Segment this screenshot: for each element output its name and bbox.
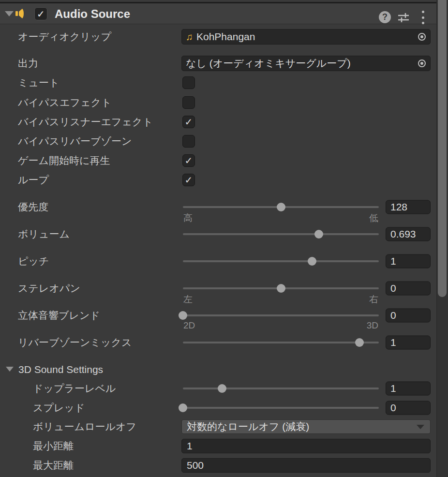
check-icon: ✓ xyxy=(185,175,193,185)
slider-track[interactable] xyxy=(183,314,379,316)
max-distance-field[interactable]: 500 xyxy=(181,458,431,473)
slider-knob[interactable] xyxy=(218,384,226,393)
audio-clip-value: KohPhangan xyxy=(196,31,255,43)
max-distance-label: 最大距離 xyxy=(33,459,74,472)
slider-knob[interactable] xyxy=(314,230,323,238)
scale-min-label: 左 xyxy=(183,293,193,306)
stereo-pan-label: ステレオパン xyxy=(18,282,80,295)
bypass-effects-checkbox[interactable]: ✓ xyxy=(182,96,195,109)
more-menu-icon[interactable] xyxy=(420,11,426,24)
stereo-pan-value-field[interactable]: 0 xyxy=(386,282,431,296)
loop-label: ループ xyxy=(18,173,49,187)
component-header: ✓ Audio Source ? xyxy=(0,3,448,24)
scrollbar-track[interactable] xyxy=(436,0,448,477)
priority-scale: 高 低 xyxy=(183,212,378,224)
doppler-level-label: ドップラーレベル xyxy=(33,382,116,395)
check-icon: ✓ xyxy=(37,8,45,20)
play-on-awake-checkbox[interactable]: ✓ xyxy=(182,154,195,167)
output-object-field[interactable]: なし (オーディオミキサーグループ) xyxy=(181,56,431,71)
spread-label: スプレッド xyxy=(33,401,85,415)
scale-max-label: 低 xyxy=(369,212,378,224)
foldout-icon xyxy=(6,367,14,372)
dropdown-caret-icon xyxy=(417,425,424,429)
check-icon: ✓ xyxy=(185,156,193,165)
slider-knob[interactable] xyxy=(277,284,285,293)
check-icon: ✓ xyxy=(185,117,193,127)
audio-source-icon xyxy=(15,7,28,20)
music-note-icon: ♫ xyxy=(186,31,193,43)
slider-knob[interactable] xyxy=(277,203,285,211)
pitch-value-field[interactable]: 1 xyxy=(386,254,431,268)
scale-max-label: 右 xyxy=(369,293,378,306)
stereo-pan-scale: 左 右 xyxy=(183,293,378,306)
volume-rolloff-dropdown[interactable]: 対数的なロールオフ (減衰) xyxy=(181,419,431,434)
mute-label: ミュート xyxy=(18,76,59,89)
slider-knob[interactable] xyxy=(355,338,364,347)
object-picker-icon xyxy=(418,33,426,41)
bypass-listener-effects-checkbox[interactable]: ✓ xyxy=(182,116,195,128)
output-value: なし (オーディオミキサーグループ) xyxy=(186,57,351,70)
bypass-listener-effects-label: バイパスリスナーエフェクト xyxy=(18,115,153,129)
doppler-level-value-field[interactable]: 1 xyxy=(386,382,431,396)
min-distance-field[interactable]: 1 xyxy=(181,439,431,453)
priority-label: 優先度 xyxy=(18,200,48,214)
bypass-reverb-zones-checkbox[interactable]: ✓ xyxy=(182,135,195,148)
scale-min-label: 高 xyxy=(183,212,193,224)
presets-icon[interactable] xyxy=(397,11,410,24)
scrollbar-thumb[interactable] xyxy=(438,0,447,297)
min-distance-label: 最小距離 xyxy=(33,439,74,453)
audio-clip-object-field[interactable]: ♫ KohPhangan xyxy=(181,29,431,45)
reverb-zone-mix-label: リバーブゾーンミックス xyxy=(18,336,132,349)
loop-checkbox[interactable]: ✓ xyxy=(182,174,195,186)
slider-track[interactable] xyxy=(183,407,379,409)
component-enabled-checkbox[interactable]: ✓ xyxy=(34,7,47,20)
mute-checkbox[interactable]: ✓ xyxy=(182,76,195,89)
output-label: 出力 xyxy=(18,57,38,70)
bypass-effects-label: バイパスエフェクト xyxy=(18,96,111,109)
audio-clip-label: オーディオクリップ xyxy=(18,30,111,44)
priority-value-field[interactable]: 128 xyxy=(386,200,431,214)
slider-track[interactable] xyxy=(183,342,379,343)
help-icon[interactable]: ? xyxy=(379,11,391,23)
spread-value-field[interactable]: 0 xyxy=(386,401,431,415)
slider-knob[interactable] xyxy=(308,257,316,266)
volume-rolloff-label: ボリュームロールオフ xyxy=(33,420,136,433)
volume-value-field[interactable]: 0.693 xyxy=(386,227,431,241)
object-picker-button[interactable] xyxy=(414,30,430,44)
component-foldout-icon[interactable] xyxy=(5,11,14,16)
spatial-blend-scale: 2D 3D xyxy=(183,320,378,331)
scale-max-label: 3D xyxy=(367,320,378,331)
scale-min-label: 2D xyxy=(183,320,195,331)
slider-track[interactable] xyxy=(183,260,379,262)
slider-track[interactable] xyxy=(183,388,379,389)
slider-knob[interactable] xyxy=(179,311,187,320)
volume-rolloff-value: 対数的なロールオフ (減衰) xyxy=(187,420,309,433)
spatial-blend-value-field[interactable]: 0 xyxy=(386,309,431,323)
audio-source-inspector: ✓ Audio Source ? オーディオクリップ ♫ KohPhangan … xyxy=(0,0,448,477)
play-on-awake-label: ゲーム開始時に再生 xyxy=(18,154,110,167)
section-3d-sound-settings-label: 3D Sound Settings xyxy=(18,364,103,375)
object-picker-button[interactable] xyxy=(414,56,430,71)
slider-knob[interactable] xyxy=(179,403,187,412)
volume-label: ボリューム xyxy=(18,227,70,241)
reverb-zone-mix-value-field[interactable]: 1 xyxy=(386,336,431,350)
object-picker-icon xyxy=(418,60,426,67)
component-title: Audio Source xyxy=(55,7,130,21)
pitch-label: ピッチ xyxy=(18,254,49,268)
bypass-reverb-zones-label: バイパスリバーブゾーン xyxy=(18,134,132,148)
slider-track[interactable] xyxy=(183,233,379,235)
spatial-blend-label: 立体音響ブレンド xyxy=(18,309,100,322)
